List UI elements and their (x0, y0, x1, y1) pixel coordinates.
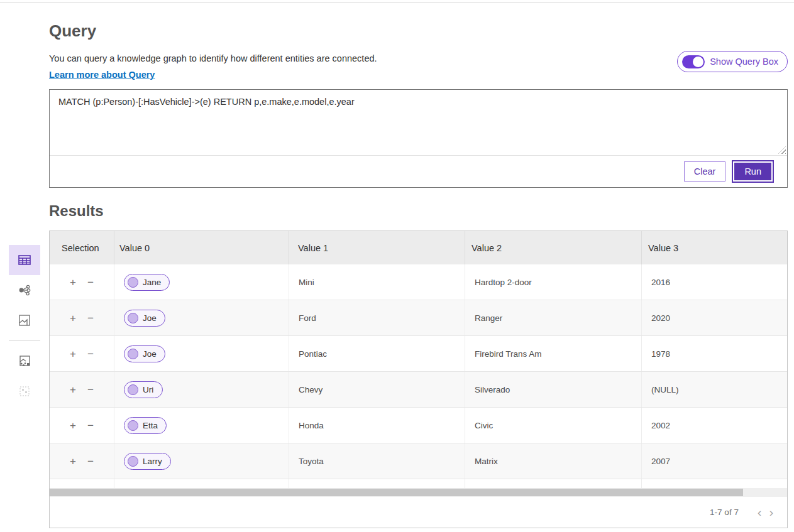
selection-cell: + − (50, 264, 114, 300)
model-cell: Ranger (465, 300, 642, 335)
entity-name: Larry (143, 457, 162, 466)
remove-selection-button[interactable]: − (87, 456, 94, 467)
selection-cell: + − (50, 443, 114, 479)
table-row: + − Joe Ford Ranger 2020 (50, 300, 787, 336)
sidebar-item-new-map-view[interactable] (9, 346, 40, 376)
entity-cell: Joe (114, 300, 289, 335)
entity-pill[interactable]: Etta (124, 417, 167, 434)
learn-more-link[interactable]: Learn more about Query (49, 70, 155, 80)
entity-cell: Uri (114, 372, 289, 407)
entity-node-icon (128, 277, 138, 288)
selection-cell: + − (50, 300, 114, 335)
selection-cell: + − (50, 408, 114, 443)
entity-cell: Etta (114, 408, 289, 443)
link-chart-icon (17, 283, 32, 298)
year-cell: 2002 (642, 408, 787, 443)
model-cell: Firebird Trans Am (465, 336, 642, 371)
model-cell: Civic (465, 408, 642, 443)
make-cell: Toyota (289, 443, 465, 479)
entity-node-icon (128, 384, 138, 395)
results-table: Selection Value 0 Value 1 Value 2 Value … (49, 231, 788, 528)
query-text: MATCH (p:Person)-[:HasVehicle]->(e) RETU… (58, 97, 355, 107)
remove-selection-button[interactable]: − (87, 277, 94, 288)
entity-node-icon (128, 456, 138, 467)
run-button[interactable]: Run (733, 161, 773, 182)
table-row: + − Larry Toyota Matrix 2007 (50, 443, 787, 479)
resize-handle-icon[interactable] (778, 146, 786, 154)
show-query-box-toggle[interactable]: Show Query Box (677, 51, 788, 72)
model-cell: Matrix (465, 443, 642, 479)
add-selection-button[interactable]: + (70, 420, 76, 431)
add-selection-button[interactable]: + (70, 384, 76, 395)
add-selection-button[interactable]: + (70, 277, 76, 288)
model-cell: Silverado (465, 372, 642, 407)
column-header-value0: Value 0 (114, 231, 289, 264)
selection-cell: + − (50, 336, 114, 371)
column-header-value2: Value 2 (465, 231, 642, 264)
table-header-row: Selection Value 0 Value 1 Value 2 Value … (50, 231, 787, 264)
sidebar-item-map-view[interactable] (9, 305, 40, 335)
table-row: + − Jane Mini Hardtop 2-door 2016 (50, 264, 787, 300)
year-cell (642, 479, 787, 488)
entity-name: Jane (143, 278, 161, 287)
page-title: Query (49, 21, 788, 41)
model-cell (465, 479, 642, 488)
column-header-selection: Selection (50, 231, 114, 264)
map-view-icon (17, 313, 32, 328)
toggle-knob (693, 57, 703, 67)
add-selection-button[interactable]: + (70, 313, 76, 323)
scrollbar-thumb[interactable] (50, 489, 743, 496)
remove-selection-button[interactable]: − (87, 420, 94, 431)
selection-cell: + − (50, 479, 114, 488)
make-cell: Honda (289, 408, 465, 443)
view-sidebar (0, 245, 49, 406)
query-input[interactable]: MATCH (p:Person)-[:HasVehicle]->(e) RETU… (50, 90, 787, 156)
entity-pill[interactable]: Jane (124, 274, 170, 291)
entity-name: Etta (143, 421, 158, 430)
column-header-value1: Value 1 (289, 231, 465, 264)
make-cell: Mini (289, 264, 465, 300)
entity-name: Joe (143, 349, 157, 359)
table-row: + − (50, 479, 787, 488)
entity-cell (114, 479, 289, 488)
remove-selection-button[interactable]: − (87, 384, 94, 395)
year-cell: 2020 (642, 300, 787, 335)
selection-cell: + − (50, 372, 114, 407)
remove-selection-button[interactable]: − (87, 313, 94, 323)
entity-node-icon (128, 349, 138, 359)
make-cell: Pontiac (289, 336, 465, 371)
table-view-icon (17, 252, 32, 268)
entity-node-icon (128, 420, 138, 431)
make-cell: Ford (289, 300, 465, 335)
layout-view-icon (17, 384, 32, 399)
next-page-button[interactable]: › (767, 506, 776, 518)
make-cell (289, 479, 465, 488)
sidebar-item-link-chart-view[interactable] (9, 275, 40, 305)
year-cell: 2007 (642, 443, 787, 479)
previous-page-button[interactable]: ‹ (755, 506, 764, 518)
add-selection-button[interactable]: + (70, 349, 76, 359)
table-row: + − Etta Honda Civic 2002 (50, 408, 787, 443)
horizontal-scrollbar[interactable] (50, 488, 787, 497)
model-cell: Hardtop 2-door (465, 264, 642, 300)
pagination-range: 1-7 of 7 (710, 508, 739, 517)
results-title: Results (49, 202, 104, 220)
sidebar-item-table-view[interactable] (9, 245, 40, 275)
entity-node-icon (128, 313, 138, 323)
remove-selection-button[interactable]: − (87, 349, 94, 359)
entity-pill[interactable]: Joe (124, 345, 165, 362)
table-footer: 1-7 of 7 ‹ › (50, 497, 787, 528)
add-selection-button[interactable]: + (70, 456, 76, 467)
entity-pill[interactable]: Joe (124, 310, 165, 327)
table-row: + − Uri Chevy Silverado (NULL) (50, 372, 787, 408)
entity-pill[interactable]: Uri (124, 381, 163, 398)
toggle-switch-icon[interactable] (682, 55, 705, 68)
query-actions: Clear Run (50, 156, 787, 187)
entity-pill[interactable]: Larry (124, 453, 171, 470)
new-map-view-icon (17, 354, 32, 369)
table-row: + − Joe Pontiac Firebird Trans Am 1978 (50, 336, 787, 372)
clear-button[interactable]: Clear (684, 161, 726, 182)
column-header-value3: Value 3 (642, 231, 787, 264)
entity-cell: Larry (114, 443, 289, 479)
year-cell: 2016 (642, 264, 787, 300)
